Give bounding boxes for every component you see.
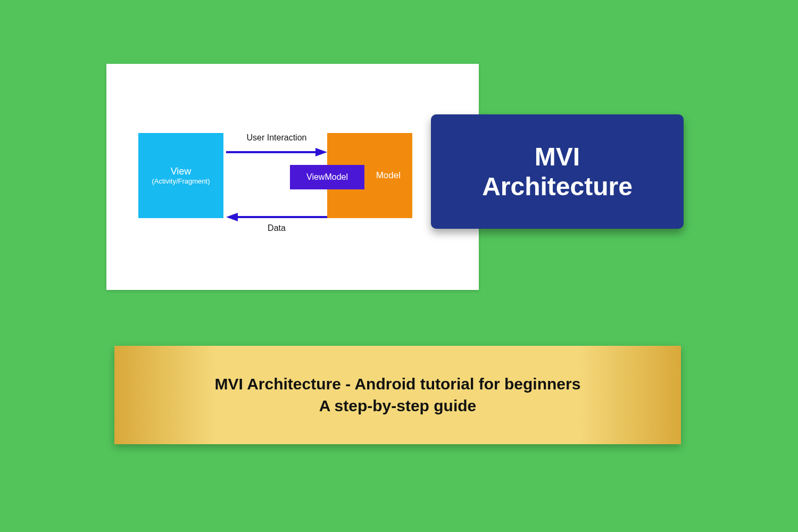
title-line-1: MVI bbox=[535, 143, 580, 171]
viewmodel-label: ViewModel bbox=[306, 172, 348, 182]
viewmodel-box: ViewModel bbox=[290, 165, 364, 189]
arrow-label-user-interaction: User Interaction bbox=[229, 133, 325, 143]
view-title: View bbox=[171, 165, 192, 178]
diagram-card: View (Activity/Fragment) Model ViewModel… bbox=[106, 64, 479, 290]
svg-marker-3 bbox=[226, 213, 238, 221]
caption-bar: MVI Architecture - Android tutorial for … bbox=[114, 346, 681, 444]
caption-line-2: A step-by-step guide bbox=[319, 397, 477, 414]
view-subtitle: (Activity/Fragment) bbox=[152, 177, 210, 186]
title-line-2: Architecture bbox=[482, 172, 633, 201]
arrow-left-icon bbox=[226, 212, 327, 222]
view-box: View (Activity/Fragment) bbox=[138, 133, 223, 218]
arrow-right-icon bbox=[226, 147, 327, 157]
title-card: MVI Architecture bbox=[431, 114, 684, 229]
caption-line-1: MVI Architecture - Android tutorial for … bbox=[215, 375, 581, 393]
model-label: Model bbox=[376, 170, 401, 181]
arrow-label-data: Data bbox=[229, 223, 325, 233]
svg-marker-1 bbox=[315, 148, 327, 156]
